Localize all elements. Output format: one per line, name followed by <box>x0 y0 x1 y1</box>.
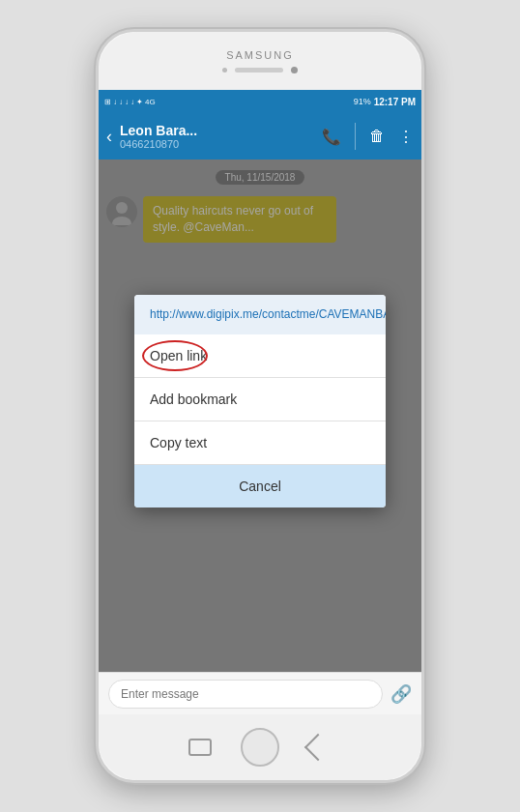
sensor-dot <box>222 68 227 72</box>
download-icon-4: ↓ <box>130 98 134 106</box>
contact-info: Leon Bara... 0466210870 <box>120 123 322 150</box>
battery-level: 91% <box>354 97 371 106</box>
download-icon-3: ↓ <box>125 98 129 106</box>
status-left: ⊞ ↓ ↓ ↓ ↓ ✦ 4G <box>104 98 156 106</box>
bottom-bezel <box>99 714 421 780</box>
top-sensors <box>222 67 298 73</box>
download-icon-1: ↓ <box>113 98 117 106</box>
divider <box>355 123 356 150</box>
front-camera <box>291 67 298 73</box>
add-bookmark-item[interactable]: Add bookmark <box>134 378 386 421</box>
dialog-url-text: http://www.digipix.me/contactme/CAVEMANB… <box>150 306 370 323</box>
attach-icon[interactable]: 🔗 <box>390 683 412 705</box>
context-menu-dialog: http://www.digipix.me/contactme/CAVEMANB… <box>134 295 386 508</box>
status-right: 91% 12:17 PM <box>354 97 416 107</box>
add-bookmark-label: Add bookmark <box>150 392 370 407</box>
home-button[interactable] <box>241 728 279 767</box>
network-label: 4G <box>145 98 156 106</box>
notification-icon-1: ⊞ <box>104 98 111 106</box>
recent-apps-button[interactable] <box>188 739 212 756</box>
status-bar: ⊞ ↓ ↓ ↓ ↓ ✦ 4G 91% 12:17 PM <box>99 90 421 113</box>
speaker-grille <box>235 68 283 72</box>
phone-call-icon[interactable]: 📞 <box>322 128 341 146</box>
app-bar-actions: 📞 🗑 ⋮ <box>322 123 414 150</box>
more-options-icon[interactable]: ⋮ <box>398 128 414 146</box>
brand-label: SAMSUNG <box>226 49 294 61</box>
copy-text-item[interactable]: Copy text <box>134 421 386 465</box>
top-bezel: SAMSUNG <box>99 32 421 90</box>
phone-screen: ⊞ ↓ ↓ ↓ ↓ ✦ 4G 91% 12:17 PM ‹ Leon Bara.… <box>99 90 421 714</box>
app-bar: ‹ Leon Bara... 0466210870 📞 🗑 ⋮ <box>99 113 421 160</box>
message-area: Thu, 11/15/2018 Quality haircuts never g… <box>99 160 421 672</box>
phone-device: SAMSUNG ⊞ ↓ ↓ ↓ ↓ ✦ 4G 91% 12:17 PM <box>96 29 424 783</box>
message-input[interactable] <box>108 680 383 709</box>
input-area: 🔗 <box>99 672 421 714</box>
back-button[interactable]: ‹ <box>106 127 112 147</box>
contact-number: 0466210870 <box>120 138 322 150</box>
cancel-label: Cancel <box>150 478 370 494</box>
open-link-label: Open link <box>150 348 370 363</box>
dialog-overlay: http://www.digipix.me/contactme/CAVEMANB… <box>99 160 421 672</box>
delete-icon[interactable]: 🗑 <box>369 128 385 145</box>
open-link-item[interactable]: Open link <box>134 334 386 378</box>
dialog-url-section: http://www.digipix.me/contactme/CAVEMANB… <box>134 295 386 334</box>
copy-text-label: Copy text <box>150 435 370 450</box>
status-time: 12:17 PM <box>374 97 416 107</box>
back-nav-button[interactable] <box>303 734 331 761</box>
contact-name: Leon Bara... <box>120 123 322 138</box>
cancel-item[interactable]: Cancel <box>134 465 386 508</box>
bluetooth-icon: ✦ <box>136 98 143 106</box>
download-icon-2: ↓ <box>119 98 123 106</box>
